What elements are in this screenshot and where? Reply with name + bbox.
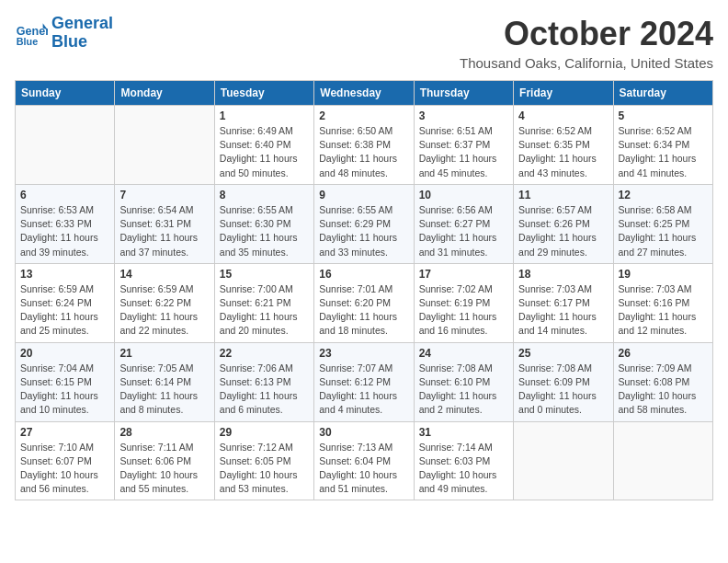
- day-info: Sunrise: 6:59 AM Sunset: 6:22 PM Dayligh…: [119, 282, 209, 339]
- day-info: Sunrise: 7:14 AM Sunset: 6:03 PM Dayligh…: [419, 441, 508, 497]
- day-number: 21: [119, 347, 209, 360]
- calendar-cell: 6Sunrise: 6:53 AM Sunset: 6:33 PM Daylig…: [16, 184, 115, 263]
- day-info: Sunrise: 7:03 AM Sunset: 6:16 PM Dayligh…: [619, 282, 708, 339]
- day-info: Sunrise: 7:01 AM Sunset: 6:20 PM Dayligh…: [319, 282, 408, 339]
- calendar-cell: [16, 106, 115, 185]
- day-info: Sunrise: 6:49 AM Sunset: 6:40 PM Dayligh…: [220, 124, 309, 180]
- day-info: Sunrise: 6:59 AM Sunset: 6:24 PM Dayligh…: [20, 282, 109, 339]
- day-info: Sunrise: 7:12 AM Sunset: 6:05 PM Dayligh…: [220, 441, 309, 497]
- day-number: 20: [20, 347, 109, 360]
- day-info: Sunrise: 7:09 AM Sunset: 6:08 PM Dayligh…: [619, 362, 708, 418]
- day-info: Sunrise: 7:08 AM Sunset: 6:09 PM Dayligh…: [518, 362, 608, 418]
- calendar-cell: 9Sunrise: 6:55 AM Sunset: 6:29 PM Daylig…: [314, 184, 414, 263]
- header: General Blue General Blue October 2024 T…: [15, 15, 713, 71]
- calendar-cell: 19Sunrise: 7:03 AM Sunset: 6:16 PM Dayli…: [613, 263, 712, 342]
- calendar-week-row: 1Sunrise: 6:49 AM Sunset: 6:40 PM Daylig…: [16, 106, 713, 185]
- calendar-cell: 24Sunrise: 7:08 AM Sunset: 6:10 PM Dayli…: [414, 342, 513, 421]
- calendar-cell: 10Sunrise: 6:56 AM Sunset: 6:27 PM Dayli…: [414, 184, 513, 263]
- day-info: Sunrise: 7:08 AM Sunset: 6:10 PM Dayligh…: [419, 362, 508, 418]
- calendar-weekday-tuesday: Tuesday: [214, 81, 313, 106]
- day-number: 25: [518, 347, 608, 360]
- day-info: Sunrise: 6:52 AM Sunset: 6:35 PM Dayligh…: [518, 124, 608, 180]
- day-info: Sunrise: 6:58 AM Sunset: 6:25 PM Dayligh…: [619, 203, 708, 259]
- calendar-cell: 26Sunrise: 7:09 AM Sunset: 6:08 PM Dayli…: [613, 342, 712, 421]
- calendar-cell: 3Sunrise: 6:51 AM Sunset: 6:37 PM Daylig…: [414, 106, 513, 185]
- calendar-week-row: 13Sunrise: 6:59 AM Sunset: 6:24 PM Dayli…: [16, 263, 713, 342]
- calendar-weekday-wednesday: Wednesday: [314, 81, 414, 106]
- day-info: Sunrise: 7:04 AM Sunset: 6:15 PM Dayligh…: [20, 362, 109, 418]
- title-area: October 2024 Thousand Oaks, California, …: [460, 15, 713, 71]
- day-info: Sunrise: 6:55 AM Sunset: 6:30 PM Dayligh…: [220, 203, 309, 259]
- day-info: Sunrise: 6:55 AM Sunset: 6:29 PM Dayligh…: [319, 203, 408, 259]
- day-info: Sunrise: 6:56 AM Sunset: 6:27 PM Dayligh…: [419, 203, 508, 259]
- day-info: Sunrise: 6:50 AM Sunset: 6:38 PM Dayligh…: [319, 124, 408, 180]
- day-number: 12: [619, 189, 708, 201]
- day-number: 6: [20, 189, 109, 201]
- day-number: 26: [619, 347, 708, 360]
- day-number: 2: [319, 109, 408, 122]
- day-info: Sunrise: 7:10 AM Sunset: 6:07 PM Dayligh…: [20, 441, 109, 497]
- day-number: 23: [319, 347, 408, 360]
- day-number: 30: [319, 426, 408, 439]
- calendar-cell: 16Sunrise: 7:01 AM Sunset: 6:20 PM Dayli…: [314, 263, 414, 342]
- calendar-cell: [514, 421, 613, 500]
- calendar-cell: 25Sunrise: 7:08 AM Sunset: 6:09 PM Dayli…: [514, 342, 613, 421]
- calendar-cell: 23Sunrise: 7:07 AM Sunset: 6:12 PM Dayli…: [314, 342, 414, 421]
- calendar-cell: 17Sunrise: 7:02 AM Sunset: 6:19 PM Dayli…: [414, 263, 513, 342]
- day-number: 3: [419, 109, 508, 122]
- day-info: Sunrise: 6:54 AM Sunset: 6:31 PM Dayligh…: [119, 203, 209, 259]
- day-info: Sunrise: 7:11 AM Sunset: 6:06 PM Dayligh…: [119, 441, 209, 497]
- day-info: Sunrise: 7:06 AM Sunset: 6:13 PM Dayligh…: [220, 362, 309, 418]
- day-info: Sunrise: 7:07 AM Sunset: 6:12 PM Dayligh…: [319, 362, 408, 418]
- day-number: 19: [619, 268, 708, 281]
- day-info: Sunrise: 7:03 AM Sunset: 6:17 PM Dayligh…: [518, 282, 608, 339]
- day-info: Sunrise: 7:00 AM Sunset: 6:21 PM Dayligh…: [220, 282, 309, 339]
- calendar-cell: 27Sunrise: 7:10 AM Sunset: 6:07 PM Dayli…: [16, 421, 115, 500]
- day-number: 10: [419, 189, 508, 201]
- calendar-week-row: 6Sunrise: 6:53 AM Sunset: 6:33 PM Daylig…: [16, 184, 713, 263]
- day-number: 11: [518, 189, 608, 201]
- svg-text:Blue: Blue: [17, 35, 38, 46]
- calendar-cell: [613, 421, 712, 500]
- day-number: 4: [518, 109, 608, 122]
- calendar-week-row: 27Sunrise: 7:10 AM Sunset: 6:07 PM Dayli…: [16, 421, 713, 500]
- day-info: Sunrise: 6:57 AM Sunset: 6:26 PM Dayligh…: [518, 203, 608, 259]
- calendar-cell: 20Sunrise: 7:04 AM Sunset: 6:15 PM Dayli…: [16, 342, 115, 421]
- day-info: Sunrise: 6:53 AM Sunset: 6:33 PM Dayligh…: [20, 203, 109, 259]
- day-number: 22: [220, 347, 309, 360]
- day-number: 1: [220, 109, 309, 122]
- calendar-cell: 8Sunrise: 6:55 AM Sunset: 6:30 PM Daylig…: [214, 184, 313, 263]
- day-number: 9: [319, 189, 408, 201]
- day-number: 14: [119, 268, 209, 281]
- calendar-cell: 18Sunrise: 7:03 AM Sunset: 6:17 PM Dayli…: [514, 263, 613, 342]
- calendar-cell: 21Sunrise: 7:05 AM Sunset: 6:14 PM Dayli…: [115, 342, 214, 421]
- calendar-cell: [115, 106, 214, 185]
- calendar-weekday-sunday: Sunday: [16, 81, 115, 106]
- calendar-cell: 14Sunrise: 6:59 AM Sunset: 6:22 PM Dayli…: [115, 263, 214, 342]
- calendar-cell: 28Sunrise: 7:11 AM Sunset: 6:06 PM Dayli…: [115, 421, 214, 500]
- day-number: 16: [319, 268, 408, 281]
- calendar-cell: 2Sunrise: 6:50 AM Sunset: 6:38 PM Daylig…: [314, 106, 414, 185]
- calendar-cell: 31Sunrise: 7:14 AM Sunset: 6:03 PM Dayli…: [414, 421, 513, 500]
- calendar-weekday-thursday: Thursday: [414, 81, 513, 106]
- day-number: 7: [119, 189, 209, 201]
- day-info: Sunrise: 6:52 AM Sunset: 6:34 PM Dayligh…: [619, 124, 708, 180]
- day-number: 17: [419, 268, 508, 281]
- day-number: 15: [220, 268, 309, 281]
- calendar-week-row: 20Sunrise: 7:04 AM Sunset: 6:15 PM Dayli…: [16, 342, 713, 421]
- day-number: 18: [518, 268, 608, 281]
- logo-blue: Blue: [51, 33, 113, 52]
- day-info: Sunrise: 7:13 AM Sunset: 6:04 PM Dayligh…: [319, 441, 408, 497]
- day-number: 5: [619, 109, 708, 122]
- calendar-cell: 15Sunrise: 7:00 AM Sunset: 6:21 PM Dayli…: [214, 263, 313, 342]
- calendar-cell: 11Sunrise: 6:57 AM Sunset: 6:26 PM Dayli…: [514, 184, 613, 263]
- calendar-header-row: SundayMondayTuesdayWednesdayThursdayFrid…: [16, 81, 713, 106]
- calendar-cell: 5Sunrise: 6:52 AM Sunset: 6:34 PM Daylig…: [613, 106, 712, 185]
- calendar-weekday-saturday: Saturday: [613, 81, 712, 106]
- logo: General Blue General Blue: [15, 15, 113, 52]
- calendar-table: SundayMondayTuesdayWednesdayThursdayFrid…: [15, 80, 713, 500]
- calendar-cell: 30Sunrise: 7:13 AM Sunset: 6:04 PM Dayli…: [314, 421, 414, 500]
- calendar-weekday-friday: Friday: [514, 81, 613, 106]
- day-number: 28: [119, 426, 209, 439]
- calendar-cell: 22Sunrise: 7:06 AM Sunset: 6:13 PM Dayli…: [214, 342, 313, 421]
